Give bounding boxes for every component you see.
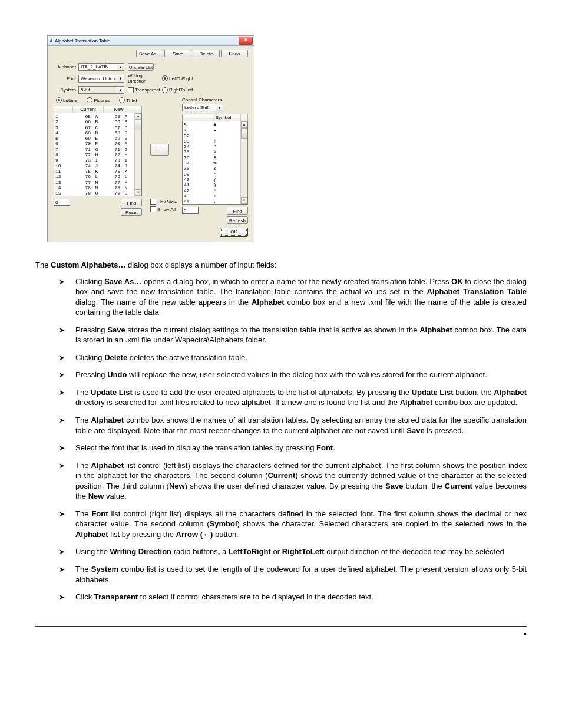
table-row[interactable]: 165A65A [55,114,141,119]
table-row[interactable]: 34" [184,144,247,149]
ltr-radio[interactable]: LeftToRight [162,75,193,81]
chevron-down-icon[interactable]: ▼ [216,104,223,111]
find-button[interactable]: Find [121,199,142,206]
table-row[interactable]: 872H72H [55,152,141,157]
table-row[interactable]: 43+ [184,193,247,199]
list-item: Using the Writing Direction radio button… [59,546,527,557]
chevron-down-icon[interactable]: ▼ [117,64,124,70]
table-row[interactable]: 38& [184,166,247,171]
scroll-down-icon[interactable]: ▼ [241,197,247,204]
list-item: The Alphabet list control (left list) di… [59,460,527,502]
list-item: Pressing Undo will replace the new, user… [59,370,527,380]
scroll-up-icon[interactable]: ▲ [135,113,141,120]
writing-direction-label: Writing Direction [128,73,162,84]
scroll-up-icon[interactable]: ▲ [241,121,247,128]
table-row[interactable]: 1074J74J [55,163,141,169]
list-item: Pressing Save stores the current dialog … [59,325,527,345]
update-list-button[interactable]: Update List [128,63,154,71]
refresh-button[interactable]: Refresh [227,216,248,224]
table-row[interactable]: 41) [184,182,247,187]
alphabet-list[interactable]: 165A65A266B66B367C67C468D68D569E69E670F7… [54,113,142,196]
list-item: Clicking Save As… opens a dialog box, in… [59,276,527,318]
list-item: The System combo list is used to set the… [59,564,527,585]
rtl-radio[interactable]: RightToLeft [162,87,193,93]
feature-list: Clicking Save As… opens a dialog box, in… [59,276,527,602]
close-icon[interactable]: ✕ [239,37,253,45]
transparent-checkbox[interactable]: Transparent [128,87,162,93]
show-all-checkbox[interactable]: Show All [150,206,177,212]
table-row[interactable]: 569E69E [55,136,141,141]
scroll-thumb[interactable] [135,120,141,130]
table-row[interactable]: 1276L76L [55,174,141,179]
table-row[interactable]: 1579O79O [55,190,141,196]
table-row[interactable]: 771G71G [55,147,141,152]
chevron-down-icon[interactable]: ▼ [117,75,124,82]
table-row[interactable]: 37% [184,160,247,166]
table-row[interactable]: 39' [184,172,247,177]
table-row[interactable]: 1175K75K [55,169,141,174]
list-item: The Update List is used to add the user … [59,387,527,408]
control-chars-label: Control Characters [182,97,248,103]
intro-paragraph: The Custom Alphabets… dialog box display… [35,260,527,271]
table-row[interactable]: 35# [184,149,247,154]
left-find-input[interactable]: 0 [54,199,70,206]
ok-button[interactable]: OK [220,228,248,237]
find-button-right[interactable]: Find [227,207,248,215]
chevron-down-icon[interactable]: ▼ [117,87,124,93]
font-combo[interactable]: Wavecom Unicode ▼ [78,75,124,83]
table-row[interactable]: 367C67C [55,125,141,130]
alphabet-list-header: Current New [54,106,142,113]
table-row[interactable]: 40( [184,177,247,182]
table-row[interactable]: 670F70F [55,141,141,146]
font-label: Font [54,76,78,81]
system-combo[interactable]: 5-bit ▼ [78,86,124,94]
table-row[interactable]: 7• [184,127,247,133]
table-row[interactable]: 1478N78N [55,185,141,190]
table-row[interactable]: 5♣ [184,122,247,127]
third-radio[interactable]: Third [119,97,137,103]
table-row[interactable]: 1377M77M [55,180,141,185]
alphabet-combo[interactable]: ITA_2_LATIN ▼ [78,63,124,71]
save-button[interactable]: Save [164,50,191,57]
figures-radio[interactable]: Figures [87,97,110,103]
font-list[interactable]: 5♣7•3233!34"35#36$37%38&39'40(41)42*43+4… [182,121,248,205]
table-row[interactable]: 36$ [184,155,247,160]
list-item: Click Transparent to select if control c… [59,592,527,602]
table-row[interactable]: 33! [184,139,247,144]
page-footer: • [35,626,527,638]
alphabet-translation-dialog: A Alphabet Translation Table ✕ Save As..… [47,35,254,242]
scroll-down-icon[interactable]: ▼ [135,189,141,196]
titlebar[interactable]: A Alphabet Translation Table ✕ [48,36,254,46]
control-chars-combo[interactable]: Letters Shift ▼ [182,104,223,111]
window-title: Alphabet Translation Table [55,38,110,44]
list-item: Clicking Delete deletes the active trans… [59,353,527,363]
table-row[interactable]: 44, [184,199,247,204]
letters-radio[interactable]: Letters [56,97,77,103]
scrollbar[interactable]: ▲ ▼ [240,121,247,204]
font-list-header: Symbol [182,114,248,121]
save-as-button[interactable]: Save As... [136,50,163,57]
delete-button[interactable]: Delete [193,50,220,57]
undo-button[interactable]: Undo [221,50,248,57]
table-row[interactable]: 468D68D [55,130,141,136]
page-bullet: • [523,629,527,640]
list-item: The Alphabet combo box shows the names o… [59,415,527,436]
scrollbar[interactable]: ▲ ▼ [134,113,141,196]
hex-view-checkbox[interactable]: Hex View [150,199,177,205]
list-item: Select the font that is used to display … [59,443,527,453]
reset-button[interactable]: Reset [121,208,142,216]
table-row[interactable]: 973I73I [55,157,141,163]
window-icon: A [48,38,55,44]
arrow-left-button[interactable]: ← [150,144,169,156]
list-item: The Font list control (right list) displ… [59,509,527,540]
system-label: System [54,87,78,93]
table-row[interactable]: 42* [184,188,247,193]
alphabet-label: Alphabet [54,64,78,70]
table-row[interactable]: 266B66B [55,119,141,124]
scroll-thumb[interactable] [241,128,247,139]
table-row[interactable]: 32 [184,133,247,139]
right-find-input[interactable]: 0 [182,207,199,214]
